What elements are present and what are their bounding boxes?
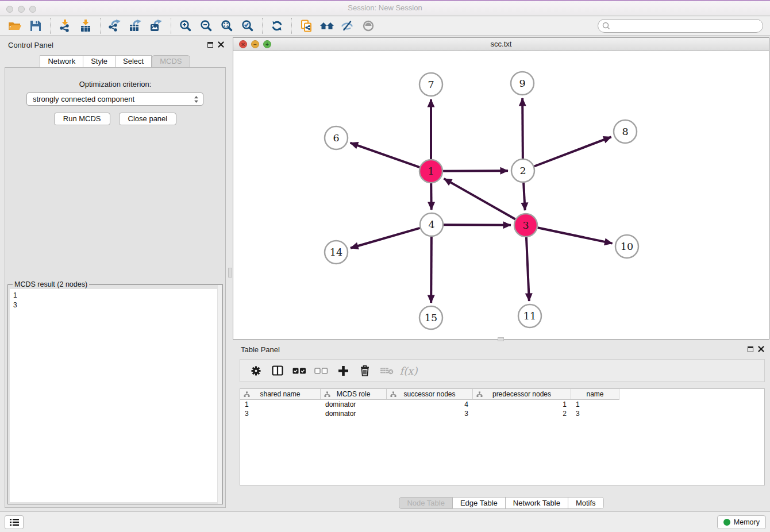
graph-node-4[interactable]: 4 [420,213,443,236]
mcds-result-list[interactable]: 1 3 [10,289,221,502]
zoom-in-icon [179,20,192,32]
table-settings-button[interactable] [246,361,265,380]
float-panel-icon[interactable] [748,346,753,352]
select-all-rows-button[interactable] [290,361,309,380]
tab-node-table[interactable]: Node Table [399,497,453,509]
import-table-button[interactable] [75,17,96,34]
zoom-selected-button[interactable] [237,17,258,34]
first-neighbors-button[interactable] [317,17,337,34]
import-network-icon [59,20,71,32]
toolbar-separator [50,18,51,34]
network-from-selection-button[interactable] [296,17,317,34]
graph-edge-1-2[interactable] [443,171,508,171]
columns-icon [272,365,283,376]
trash-icon [360,365,370,376]
show-app-manager-button[interactable] [5,515,24,529]
graph-node-3[interactable]: 3 [514,214,537,237]
graph-edge-2-3[interactable] [523,183,525,210]
network-minimize-button[interactable]: − [251,40,259,48]
zoom-fit-button[interactable] [217,17,237,34]
tab-motifs[interactable]: Motifs [568,497,604,509]
tab-select[interactable]: Select [116,55,152,68]
graph-edge-3-11[interactable] [526,237,529,301]
optimization-criterion-label: Optimization criterion: [5,80,225,88]
graph-node-10[interactable]: 10 [615,235,638,258]
close-panel-icon[interactable] [218,41,224,48]
node-table[interactable]: shared name MCDS role successor nodes pr… [240,388,765,485]
graph-edge-3-10[interactable] [538,228,613,243]
save-session-button[interactable] [25,17,46,34]
window-controls [6,6,36,13]
graph-edge-4-14[interactable] [351,228,420,248]
network-maximize-button[interactable]: + [263,40,271,48]
column-header-mcds-role[interactable]: MCDS role [321,389,387,400]
status-bar: Memory [0,511,770,532]
search-input[interactable] [598,19,763,33]
zoom-out-button[interactable] [196,17,217,34]
graph-node-2[interactable]: 2 [511,159,534,182]
table-row[interactable]: 1 dominator 4 1 1 [240,400,764,409]
close-panel-button[interactable]: Close panel [119,113,177,125]
graph-node-1[interactable]: 1 [419,160,442,183]
column-header-shared-name[interactable]: shared name [240,389,321,400]
main-toolbar [0,17,770,36]
add-row-button[interactable] [333,361,353,380]
delete-row-button[interactable] [355,361,375,380]
column-header-name[interactable]: name [571,389,619,400]
export-table-button[interactable] [125,17,146,34]
apply-layout-button[interactable] [267,17,287,34]
graph-node-label: 7 [428,79,434,90]
zoom-in-button[interactable] [175,17,196,34]
graph-edge-2-9[interactable] [522,98,523,159]
criterion-select[interactable]: strongly connected component [26,92,203,106]
tab-style[interactable]: Style [83,55,116,68]
tab-network-table[interactable]: Network Table [506,497,568,509]
memory-label: Memory [734,518,760,526]
copy-network-icon [300,20,313,33]
column-header-successor-nodes[interactable]: successor nodes [387,389,473,400]
show-all-button[interactable] [358,17,379,34]
graph-node-8[interactable]: 8 [614,120,637,143]
export-network-button[interactable] [105,17,125,34]
graph-edge-3-1[interactable] [444,179,515,219]
open-folder-icon [8,21,22,32]
mcds-result-groupbox: MCDS result (2 nodes) 1 3 [7,284,223,504]
graph-node-9[interactable]: 9 [511,72,534,95]
network-close-button[interactable]: ✕ [239,40,247,48]
tab-mcds[interactable]: MCDS [152,55,190,68]
show-column-button[interactable] [268,361,287,380]
minimize-window-button[interactable] [18,6,25,13]
graph-node-6[interactable]: 6 [325,126,348,149]
graph-node-11[interactable]: 11 [518,304,541,327]
horizontal-splitter-handle[interactable] [498,337,504,341]
graph-edge-1-6[interactable] [351,143,420,167]
tab-network[interactable]: Network [40,55,83,68]
graph-edge-4-15[interactable] [431,237,432,303]
graph-edge-2-8[interactable] [534,137,611,166]
graph-node-7[interactable]: 7 [419,73,442,96]
tab-edge-table[interactable]: Edge Table [453,497,506,509]
network-canvas[interactable]: 1234678910111415 [233,51,769,339]
table-row[interactable]: 3 dominator 3 2 3 [240,409,764,418]
deselect-all-rows-button[interactable] [311,361,331,380]
graph-edge-4-3[interactable] [444,225,511,225]
float-panel-icon[interactable] [207,42,213,48]
maximize-window-button[interactable] [29,6,36,13]
mcds-tab-content: Optimization criterion: strongly connect… [5,67,226,508]
hide-selected-button[interactable] [337,17,358,34]
import-network-button[interactable] [55,17,75,34]
column-header-predecessor-nodes[interactable]: predecessor nodes [473,389,571,400]
memory-button[interactable]: Memory [717,515,766,529]
eye-slash-icon [341,20,355,32]
run-mcds-button[interactable]: Run MCDS [54,113,110,125]
graph-node-14[interactable]: 14 [325,241,348,264]
cell-shared-name: 1 [240,400,321,409]
network-window-titlebar[interactable]: ✕ − + scc.txt [233,38,769,51]
close-panel-icon[interactable] [758,346,764,352]
vertical-splitter-handle[interactable] [228,268,232,277]
export-image-button[interactable] [146,17,167,34]
result-scrollbar[interactable] [217,285,222,504]
close-window-button[interactable] [6,6,13,13]
open-session-button[interactable] [5,17,25,34]
graph-node-15[interactable]: 15 [419,306,442,329]
